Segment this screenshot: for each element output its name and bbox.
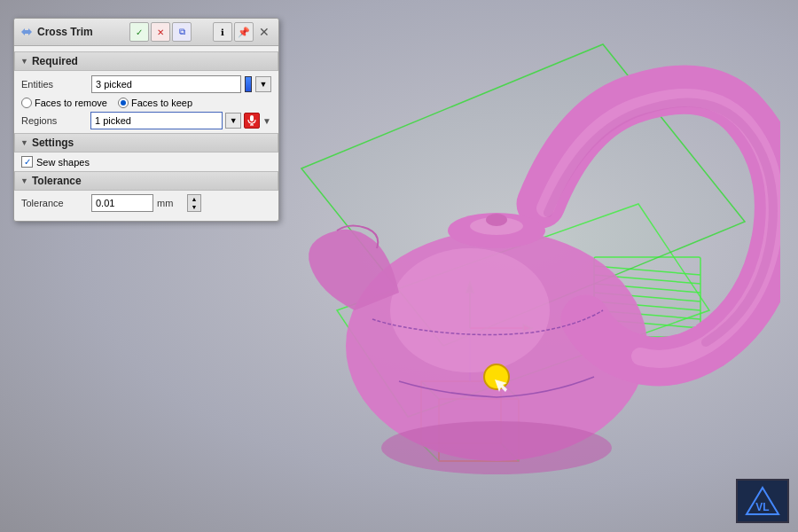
settings-triangle-icon: ▼ bbox=[20, 138, 28, 147]
panel-icon bbox=[20, 25, 34, 39]
sew-shapes-row[interactable]: ✓ Sew shapes bbox=[21, 156, 271, 168]
info-button[interactable]: ℹ bbox=[213, 22, 232, 42]
cross-trim-panel: Cross Trim ✓ ✕ ⧉ ℹ 📌 ✕ ▼ Required Entiti… bbox=[13, 18, 279, 222]
settings-label: Settings bbox=[32, 137, 74, 149]
entities-input[interactable] bbox=[91, 75, 241, 93]
tolerance-spin-down[interactable]: ▼ bbox=[188, 203, 200, 211]
regions-dropdown-button[interactable]: ▼ bbox=[225, 113, 241, 129]
faces-remove-label: Faces to remove bbox=[35, 98, 107, 108]
pin-button[interactable]: 📌 bbox=[234, 22, 254, 42]
svg-point-26 bbox=[381, 421, 612, 474]
entities-dropdown-button[interactable]: ▼ bbox=[255, 76, 271, 92]
settings-section-header[interactable]: ▼ Settings bbox=[14, 133, 278, 153]
close-button[interactable]: ✕ bbox=[255, 23, 273, 41]
sew-shapes-checkbox[interactable]: ✓ bbox=[21, 156, 33, 168]
titlebar-left: Cross Trim bbox=[20, 25, 93, 39]
svg-point-22 bbox=[390, 248, 550, 372]
restore-button[interactable]: ⧉ bbox=[172, 22, 192, 42]
titlebar-buttons: ✓ ✕ ⧉ ℹ 📌 ✕ bbox=[129, 22, 273, 42]
tolerance-row: Tolerance mm ▲ ▼ bbox=[21, 194, 271, 212]
entities-color-strip bbox=[245, 76, 252, 92]
regions-input[interactable] bbox=[90, 112, 223, 129]
panel-title: Cross Trim bbox=[37, 26, 93, 38]
faces-keep-radio-dot bbox=[118, 98, 129, 108]
regions-label: Regions bbox=[21, 115, 88, 126]
panel-titlebar: Cross Trim ✓ ✕ ⧉ ℹ 📌 ✕ bbox=[14, 19, 278, 46]
cancel-button[interactable]: ✕ bbox=[151, 22, 170, 42]
faces-remove-radio-dot bbox=[21, 98, 32, 108]
faces-keep-radio[interactable]: Faces to keep bbox=[118, 98, 192, 108]
tolerance-spin-up[interactable]: ▲ bbox=[188, 195, 200, 203]
tolerance-unit: mm bbox=[157, 198, 184, 208]
logo-badge: VL bbox=[736, 479, 789, 523]
faces-keep-label: Faces to keep bbox=[131, 98, 192, 108]
regions-options-button[interactable]: ▼ bbox=[262, 116, 271, 126]
svg-rect-30 bbox=[250, 115, 254, 121]
triangle-icon: ▼ bbox=[20, 57, 28, 66]
radio-group: Faces to remove Faces to keep bbox=[21, 98, 271, 108]
panel-body: ▼ Required Entities ▼ Faces to remove Fa… bbox=[14, 46, 278, 221]
svg-point-27 bbox=[484, 364, 509, 389]
faces-remove-radio[interactable]: Faces to remove bbox=[21, 98, 107, 108]
teapot-model bbox=[266, 27, 780, 497]
tolerance-triangle-icon: ▼ bbox=[20, 176, 28, 185]
required-section-header[interactable]: ▼ Required bbox=[14, 51, 278, 71]
confirm-button[interactable]: ✓ bbox=[129, 22, 149, 42]
tolerance-spinner: ▲ ▼ bbox=[187, 194, 201, 212]
entities-row: Entities ▼ bbox=[21, 75, 271, 93]
svg-point-25 bbox=[486, 214, 507, 226]
tolerance-field-label: Tolerance bbox=[21, 198, 88, 208]
record-button[interactable] bbox=[244, 113, 260, 129]
tolerance-section-header[interactable]: ▼ Tolerance bbox=[14, 171, 278, 191]
tolerance-input[interactable] bbox=[91, 194, 153, 212]
entities-label: Entities bbox=[21, 79, 88, 90]
regions-row: Regions ▼ ▼ bbox=[21, 112, 271, 129]
svg-text:VL: VL bbox=[755, 501, 769, 513]
required-label: Required bbox=[32, 55, 78, 67]
tolerance-label: Tolerance bbox=[32, 175, 82, 187]
sew-shapes-label: Sew shapes bbox=[36, 157, 90, 168]
